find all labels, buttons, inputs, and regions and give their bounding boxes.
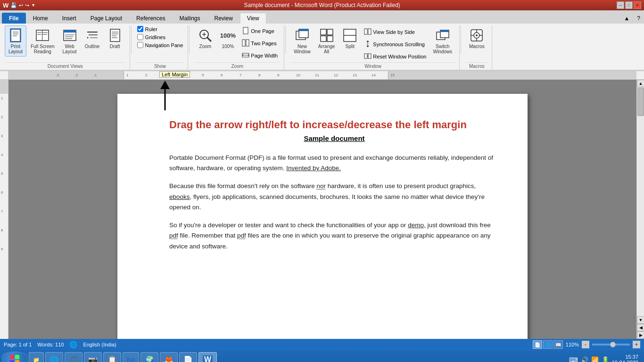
svg-rect-40: [327, 29, 333, 35]
tray-battery-icon[interactable]: 🔋: [602, 356, 609, 362]
taskbar-media[interactable]: 🎵: [65, 352, 83, 362]
zoom-button[interactable]: Zoom: [194, 25, 216, 51]
taskbar-sticky[interactable]: 📋: [103, 352, 121, 362]
taskbar-acrobat[interactable]: 📄: [179, 352, 197, 362]
zoom-100-button[interactable]: 100% 100%: [217, 25, 239, 51]
print-view-button[interactable]: 📄: [533, 340, 542, 349]
window-title: Sample document - Microsoft Word (Produc…: [244, 2, 400, 8]
web-layout-button[interactable]: WebLayout: [59, 25, 81, 57]
draft-button[interactable]: Draft: [104, 25, 126, 51]
svg-rect-67: [10, 360, 14, 362]
system-clock[interactable]: 15:37 19-04-2020: [612, 354, 638, 362]
window-items: NewWindow ArrangeAll: [290, 25, 455, 62]
print-layout-icon: [8, 28, 23, 43]
ruler-mark-8: 8: [258, 73, 260, 77]
reset-window-position-button[interactable]: Reset Window Position: [362, 51, 429, 62]
zoom-in-button[interactable]: +: [633, 341, 640, 348]
gridlines-check[interactable]: [137, 34, 143, 40]
v-ruler-top-margin: [0, 80, 8, 94]
tab-home[interactable]: Home: [26, 13, 55, 24]
arrange-all-icon: [319, 28, 334, 43]
taskbar-hp[interactable]: hp: [123, 352, 139, 362]
full-screen-reading-button[interactable]: Full ScreenReading: [27, 25, 58, 57]
ribbon-minimize-icon[interactable]: ▲: [620, 13, 633, 24]
document-scroll-area[interactable]: Drag the arrow right/left to increase/de…: [8, 80, 636, 339]
sep3: [285, 25, 286, 54]
web-view-button[interactable]: 🌐: [543, 340, 553, 349]
maximize-button[interactable]: □: [625, 1, 633, 9]
tab-view[interactable]: View: [240, 13, 266, 24]
split-button[interactable]: Split: [339, 25, 361, 51]
taskbar-chrome[interactable]: 🌍: [140, 352, 158, 362]
zoom-out-button[interactable]: -: [582, 341, 589, 348]
print-layout-button[interactable]: PrintLayout: [5, 25, 26, 57]
scroll-up-button[interactable]: ▲: [637, 80, 644, 87]
ruler-check[interactable]: [137, 26, 143, 32]
sep4: [461, 25, 461, 54]
ribbon-content: PrintLayout Full ScreenReading: [0, 24, 644, 71]
v-ruler-9: 9: [1, 247, 3, 251]
read-view-button[interactable]: 📖: [553, 340, 563, 349]
nav-pane-checkbox[interactable]: Navigation Pane: [136, 41, 184, 49]
title-bar-left: W 💾 ↩ ↪ ▼: [3, 2, 35, 9]
new-window-button[interactable]: NewWindow: [290, 25, 314, 57]
taskbar-firefox[interactable]: 🦊: [160, 352, 178, 362]
start-button[interactable]: [2, 352, 27, 362]
quick-access-redo[interactable]: ↪: [25, 2, 29, 8]
minimize-button[interactable]: ─: [617, 1, 624, 9]
window-controls: ─ □ ✕: [617, 1, 641, 9]
taskbar-camera[interactable]: 📷: [84, 352, 102, 362]
reset-window-position-label: Reset Window Position: [373, 54, 426, 59]
ribbon-help-icon[interactable]: ?: [633, 13, 644, 24]
ruler-mark-13: 13: [353, 73, 357, 77]
zoom-slider-thumb[interactable]: [610, 342, 616, 347]
one-page-button[interactable]: One Page: [239, 25, 280, 37]
tray-keyboard-icon[interactable]: ⌨: [569, 356, 578, 362]
ruler-mark-9: 9: [277, 73, 279, 77]
outline-button[interactable]: Outline: [82, 25, 103, 51]
outline-label: Outline: [85, 44, 100, 49]
tab-mailings[interactable]: Mailings: [172, 13, 207, 24]
ebooks-link: ebooks: [169, 193, 190, 200]
zoom-slider[interactable]: [592, 344, 630, 346]
scroll-next-page-button[interactable]: ▶: [637, 331, 644, 339]
page-width-button[interactable]: Page Width: [239, 50, 280, 61]
v-ruler-2: 2: [1, 115, 3, 119]
close-button[interactable]: ✕: [634, 1, 641, 9]
chrome-icon: 🌍: [145, 355, 154, 362]
nav-pane-check[interactable]: [137, 42, 143, 48]
zoom-100-label: 100%: [222, 44, 234, 49]
scroll-down-button[interactable]: ▼: [637, 316, 644, 324]
tray-network-icon[interactable]: 📶: [591, 356, 599, 362]
tab-page-layout[interactable]: Page Layout: [83, 13, 129, 24]
tab-review[interactable]: Review: [207, 13, 239, 24]
tab-file[interactable]: File: [2, 13, 26, 24]
ribbon-group-document-views: PrintLayout Full ScreenReading: [1, 25, 130, 70]
view-side-by-side-button[interactable]: View Side by Side: [362, 26, 429, 38]
scroll-thumb[interactable]: [637, 88, 644, 116]
quick-access-more[interactable]: ▼: [31, 3, 35, 8]
tab-insert[interactable]: Insert: [55, 13, 83, 24]
ruler-checkbox[interactable]: Ruler: [136, 25, 158, 33]
gridlines-checkbox[interactable]: Gridlines: [136, 33, 166, 41]
pdf-link-1: pdf: [169, 232, 178, 239]
macros-button[interactable]: Macros: [466, 25, 488, 51]
arrange-all-button[interactable]: ArrangeAll: [315, 25, 339, 57]
v-ruler-7: 7: [1, 209, 3, 214]
tab-references[interactable]: References: [129, 13, 172, 24]
quick-access-undo[interactable]: ↩: [19, 2, 23, 8]
quick-access-save[interactable]: 💾: [10, 2, 17, 8]
two-pages-button[interactable]: Two Pages: [239, 38, 280, 49]
nor-word: nor: [316, 182, 326, 189]
tray-volume-icon[interactable]: 🔊: [581, 356, 588, 362]
sep2: [189, 25, 190, 54]
language-info: English (India): [83, 342, 116, 347]
scroll-prev-page-button[interactable]: ◀: [637, 324, 644, 331]
switch-windows-button[interactable]: SwitchWindows: [429, 25, 455, 57]
taskbar-explorer[interactable]: 📁: [29, 352, 44, 362]
full-screen-reading-label: Full ScreenReading: [31, 44, 55, 54]
taskbar-ie[interactable]: 🌐: [45, 352, 63, 362]
split-icon: [342, 28, 357, 43]
synchronous-scrolling-button[interactable]: Synchronous Scrolling: [362, 39, 429, 50]
taskbar-word[interactable]: W: [198, 352, 217, 362]
